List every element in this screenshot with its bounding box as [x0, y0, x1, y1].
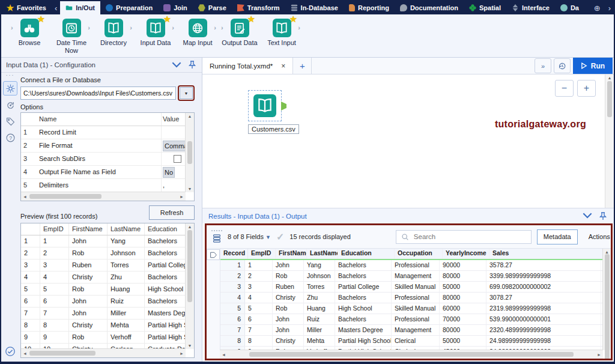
options-vertical-scrollbar[interactable]: ▲ ▼ [185, 113, 194, 192]
tool-directory[interactable]: ›Directory [94, 19, 133, 47]
collapse-chevron-icon[interactable] [583, 212, 592, 220]
settings-gear-icon[interactable] [3, 81, 17, 96]
scrollbar-thumb[interactable] [29, 351, 95, 356]
fields-summary[interactable]: 8 of 8 Fields ▼ [228, 233, 271, 240]
scroll-right-icon[interactable]: ► [180, 351, 184, 356]
results-header-cell[interactable]: Record [220, 249, 248, 259]
results-horizontal-scrollbar[interactable]: ◄ ► [220, 350, 603, 359]
workflow-canvas[interactable]: Customers.csv tutorialgateway.org − + ▲ [202, 74, 614, 208]
metadata-button[interactable]: Metadata [537, 229, 578, 244]
scrollbar-thumb[interactable] [249, 352, 574, 357]
results-header-cell[interactable]: Sales [489, 249, 603, 259]
ribbon-tab-favorites[interactable]: ★Favorites [1, 1, 52, 14]
ribbon-tab-reporting[interactable]: Reporting [344, 1, 395, 14]
scroll-up-icon[interactable]: ▲ [608, 76, 612, 80]
ribbon-tab-documentation[interactable]: Documentation [395, 1, 464, 14]
ribbon-tab-preparation[interactable]: Preparation [100, 1, 158, 14]
option-value[interactable]: , [161, 179, 186, 192]
results-vertical-scrollbar[interactable]: ▲ ▼ [602, 249, 611, 350]
tool-input-data[interactable]: ›★Input Data [136, 19, 175, 47]
pin-icon[interactable] [598, 212, 608, 220]
option-checkbox[interactable] [174, 155, 181, 163]
scroll-down-icon[interactable]: ▼ [188, 187, 192, 191]
refresh-button[interactable]: Refresh [149, 205, 195, 220]
results-header-cell[interactable]: EmpID [248, 249, 276, 259]
help-question-icon[interactable]: ? [4, 131, 17, 144]
option-value[interactable] [161, 126, 186, 139]
option-value[interactable]: No [161, 166, 186, 178]
search-input[interactable] [413, 232, 526, 241]
history-icon[interactable] [554, 58, 571, 73]
ribbon-overflow-chevron-icon[interactable]: › [605, 1, 614, 14]
options-horizontal-scrollbar[interactable]: ◄ ► [21, 192, 186, 201]
scroll-left-icon[interactable]: ◄ [222, 353, 226, 357]
preview-header-cell[interactable]: Education [145, 223, 186, 235]
scroll-right-icon[interactable]: ► [597, 353, 601, 357]
zoom-out-button[interactable]: − [555, 80, 574, 97]
collapse-chevron-icon[interactable]: ‹ [52, 1, 60, 14]
scrollbar-thumb[interactable] [187, 141, 192, 164]
scroll-up-icon[interactable]: ▲ [188, 114, 192, 118]
scroll-left-icon[interactable]: ◄ [23, 195, 27, 199]
option-value[interactable] [161, 153, 186, 165]
ribbon-tab-interface[interactable]: Interface [506, 1, 555, 14]
actions-button[interactable]: Actions▼ [589, 233, 613, 240]
options-header-cell[interactable]: Name [37, 113, 161, 126]
options-header-cell[interactable] [21, 113, 37, 126]
toolbar-overflow-button[interactable]: » [535, 58, 551, 73]
scroll-right-icon[interactable]: ► [180, 195, 184, 199]
scrollbar-thumb[interactable] [605, 254, 610, 359]
tool-map-input[interactable]: ›Map Input [178, 19, 217, 47]
ribbon-tab-join[interactable]: Join [158, 1, 193, 14]
tag-icon[interactable] [4, 115, 17, 128]
scroll-left-icon[interactable]: ◄ [23, 351, 27, 356]
option-value-dropdown[interactable]: Comma [163, 141, 186, 151]
cell-selector-icon[interactable] [207, 249, 220, 260]
new-workflow-button[interactable]: + [293, 58, 312, 74]
workflow-tab[interactable]: Running Total.yxmd* × [202, 58, 293, 74]
ribbon-tab-da[interactable]: Da [555, 1, 584, 14]
ribbon-tab-spatial[interactable]: Spatial [464, 1, 506, 14]
ribbon-tab-in-database[interactable]: In-Database [285, 1, 344, 14]
preview-header-cell[interactable]: LastName [108, 223, 145, 235]
input-data-node[interactable]: Customers.csv [248, 90, 299, 134]
collapse-chevron-icon[interactable] [172, 61, 181, 69]
tool-date-time-now[interactable]: ›Date Time Now [52, 19, 91, 54]
scrollbar-thumb[interactable] [29, 194, 101, 199]
output-anchor-icon[interactable] [281, 102, 286, 111]
scrollbar-thumb[interactable] [607, 81, 612, 117]
run-button[interactable]: Run [573, 58, 613, 74]
tool-browse[interactable]: ›★Browse [10, 19, 49, 47]
results-header-cell[interactable]: LastName [307, 249, 338, 259]
close-icon[interactable]: × [281, 62, 285, 70]
ribbon-tab-transform[interactable]: Transform [232, 1, 285, 14]
option-value[interactable]: Comma [161, 139, 186, 152]
options-header-cell[interactable]: Value [161, 113, 186, 126]
results-header-cell[interactable]: Education [338, 249, 395, 259]
canvas-vertical-scrollbar[interactable]: ▲ [605, 74, 614, 208]
file-path-input[interactable] [20, 86, 176, 100]
navigation-refresh-icon[interactable] [4, 99, 17, 112]
zoom-in-button[interactable]: + [577, 80, 596, 97]
results-header-cell[interactable]: Occupation [395, 249, 443, 259]
file-dropdown-button[interactable]: ▼ [180, 87, 193, 99]
preview-horizontal-scrollbar[interactable]: ◄ ► [21, 348, 186, 357]
results-header-cell[interactable]: FirstName [276, 249, 307, 259]
scroll-up-icon[interactable]: ▲ [605, 250, 609, 254]
ribbon-overflow-plus-icon[interactable]: ⊕ [589, 1, 605, 14]
tool-text-input[interactable]: ›★Text Input [262, 19, 301, 47]
preview-header-cell[interactable] [21, 223, 40, 235]
preview-header-cell[interactable]: FirstName [69, 223, 108, 235]
ribbon-tab-parse[interactable]: Parse [193, 1, 232, 14]
scrollbar-thumb[interactable] [187, 230, 192, 302]
preview-header-cell[interactable]: EmpID [40, 223, 69, 235]
tool-output-data[interactable]: ›★Output Data [220, 19, 259, 47]
preview-vertical-scrollbar[interactable]: ▲ ▼ [185, 223, 194, 349]
results-header-cell[interactable]: YearlyIncome [443, 249, 489, 259]
scroll-up-icon[interactable]: ▲ [188, 225, 192, 229]
ribbon-tab-in-out[interactable]: In/Out [60, 1, 100, 14]
table-view-icon[interactable] [211, 228, 222, 246]
scroll-down-icon[interactable]: ▼ [188, 344, 192, 348]
pin-icon[interactable] [187, 61, 197, 69]
option-value-dropdown[interactable]: No [163, 167, 175, 178]
